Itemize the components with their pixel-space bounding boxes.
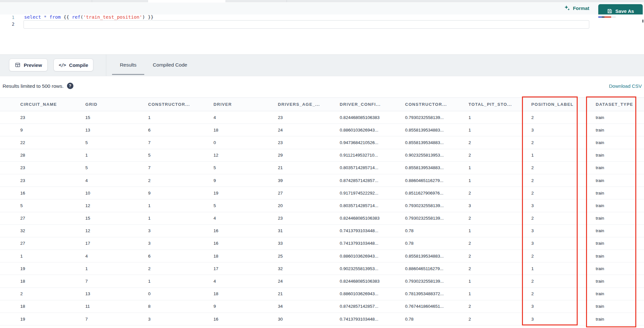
table-cell: 7	[85, 313, 148, 325]
table-row: 22570230.9473684210526...0.8558139534883…	[0, 136, 644, 149]
table-cell: 4	[85, 174, 148, 187]
table-cell: 2	[469, 237, 531, 250]
table-cell: 23	[278, 111, 340, 124]
table-cell: train	[596, 136, 644, 149]
column-header: POSITION_LABEL	[531, 98, 596, 111]
compile-button[interactable]: </> Compile	[53, 59, 93, 71]
table-cell: 29	[278, 149, 340, 161]
table-cell: train	[596, 124, 644, 136]
table-cell: 5	[0, 199, 85, 212]
table-cell: 16	[213, 237, 278, 250]
table-cell: 0.8558139534883...	[405, 250, 469, 262]
table-cell: 0.8742857142857...	[340, 174, 405, 187]
download-csv-link[interactable]: Download CSV	[609, 80, 642, 93]
minimap[interactable]	[598, 16, 616, 18]
table-cell: 2	[469, 149, 531, 161]
table-cell: 0.9171974522292...	[340, 187, 405, 199]
table-row: 213018210.8860103626943...0.781395348837…	[0, 287, 644, 300]
tab-compiled-code[interactable]: Compiled Code	[147, 60, 193, 69]
table-cell: 19	[0, 262, 85, 275]
table-cell: train	[596, 300, 644, 313]
table-cell: 1	[469, 124, 531, 136]
compile-label: Compile	[69, 62, 88, 68]
table-cell: 0.7930232558139...	[405, 275, 469, 287]
table-cell: 11	[85, 300, 148, 313]
preview-button[interactable]: Preview	[9, 59, 48, 71]
table-cell: 0.78	[405, 313, 469, 325]
sparkles-icon	[564, 5, 570, 11]
table-cell: 3	[531, 224, 596, 237]
code-line-1[interactable]: select * from {{ ref('train_test_positio…	[24, 14, 154, 20]
table-cell: 0.78	[405, 237, 469, 250]
scrollbar-thumb[interactable]	[642, 20, 643, 23]
table-cell: 2	[469, 136, 531, 149]
table-cell: train	[596, 174, 644, 187]
table-cell: 4	[213, 275, 278, 287]
table-cell: 1	[469, 287, 531, 300]
active-file-tab[interactable]	[148, 0, 225, 2]
table-cell: train	[596, 212, 644, 224]
save-icon	[607, 8, 612, 14]
table-cell: 17	[213, 262, 278, 275]
table-row: 23429390.8742857142857...0.8860465116279…	[0, 174, 644, 187]
table-cell: 3	[148, 313, 213, 325]
table-cell: 23	[278, 212, 340, 224]
table-cell: 0.9112149532710...	[340, 149, 405, 161]
table-cell: 27	[0, 212, 85, 224]
code-token: }}	[145, 14, 153, 20]
table-cell: 0.824468085106383	[340, 212, 405, 224]
tab-results[interactable]: Results	[112, 60, 144, 69]
table-cell: 2	[531, 250, 596, 262]
tab-divider	[287, 0, 287, 2]
table-cell: 0.8860103626943...	[340, 124, 405, 136]
table-cell: 16	[213, 313, 278, 325]
help-icon[interactable]: ?	[67, 83, 73, 89]
table-cell: train	[596, 111, 644, 124]
table-cell: 2	[148, 174, 213, 187]
column-header: DRIVER_CONFI...	[340, 98, 405, 111]
table-cell: 3	[148, 224, 213, 237]
format-button[interactable]: Format	[564, 5, 589, 11]
table-cell: 16	[213, 224, 278, 237]
table-cell: 4	[85, 250, 148, 262]
table-cell: train	[596, 149, 644, 161]
table-cell: 23	[278, 136, 340, 149]
table-cell: 12	[213, 149, 278, 161]
table-cell: 2	[531, 161, 596, 174]
table-cell: 22	[0, 136, 85, 149]
table-cell: 0.8035714285714...	[340, 161, 405, 174]
table-cell: 0.9023255813953...	[340, 262, 405, 275]
table-cell: 0.78	[405, 224, 469, 237]
table-cell: 1	[85, 149, 148, 161]
table-cell: 25	[278, 250, 340, 262]
table-cell: 17	[85, 237, 148, 250]
column-header: CONSTRUCTOR...	[148, 98, 213, 111]
table-row: 271514230.8244680851063830.7930232558139…	[0, 212, 644, 224]
table-cell: 5	[85, 161, 148, 174]
table-cell: 9	[213, 174, 278, 187]
table-row: 1610919270.9171974522292...0.85116279069…	[0, 187, 644, 199]
table-cell: 13	[85, 287, 148, 300]
table-cell: 0.7930232558139...	[405, 111, 469, 124]
table-cell: 32	[278, 262, 340, 275]
code-editor[interactable]: 1 2 select * from {{ ref('train_test_pos…	[0, 14, 644, 54]
table-cell: 18	[0, 275, 85, 287]
table-cell: 31	[278, 224, 340, 237]
table-cell: 10	[85, 187, 148, 199]
table-cell: 3	[469, 199, 531, 212]
table-row: 913618240.8860103626943...0.855813953488…	[0, 124, 644, 136]
table-row: 14618250.8860103626943...0.8558139534883…	[0, 250, 644, 262]
table-cell: 0.8860465116279...	[405, 262, 469, 275]
table-row: 191217320.9023255813953...0.886046511627…	[0, 262, 644, 275]
table-cell: 1	[469, 174, 531, 187]
table-cell: 27	[278, 187, 340, 199]
table-cell: 0.8558139534883...	[405, 124, 469, 136]
table-cell: 1	[0, 250, 85, 262]
table-cell: 2	[469, 313, 531, 325]
active-tab-underline	[112, 74, 144, 75]
line-number-1: 1	[0, 15, 14, 20]
table-cell: 1	[469, 161, 531, 174]
active-line-box[interactable]	[24, 20, 589, 29]
table-cell: 2	[531, 287, 596, 300]
table-cell: 1	[469, 111, 531, 124]
